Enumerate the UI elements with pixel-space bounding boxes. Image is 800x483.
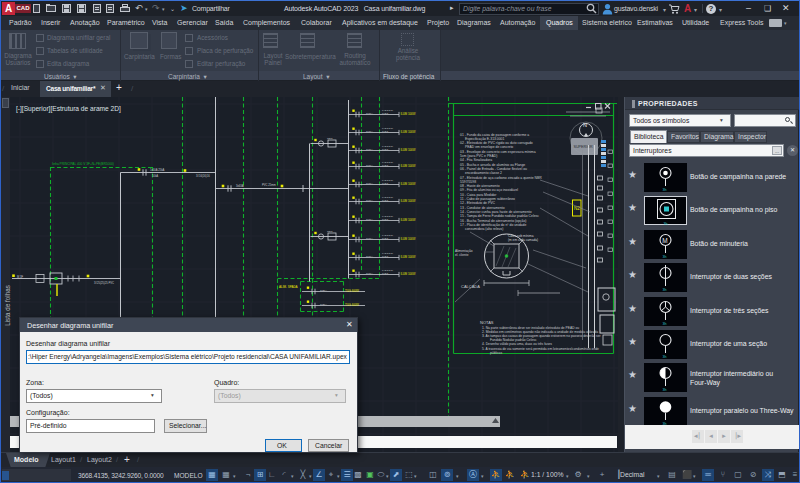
svg-text:ILUM 100W: ILUM 100W	[401, 112, 416, 116]
svg-text:3h: 3h	[663, 355, 667, 359]
svg-text:1x40A 25kA: 1x40A 25kA	[150, 168, 165, 172]
svg-text:CALÇADA: CALÇADA	[461, 284, 480, 289]
svg-text:ALIM. SPADA: ALIM. SPADA	[279, 285, 298, 289]
svg-text:ILUM 100W: ILUM 100W	[401, 237, 416, 241]
svg-text:1x20A: 1x20A	[320, 303, 327, 306]
svg-text:ILUM 100W: ILUM 100W	[401, 164, 416, 168]
svg-text:T#2.5: T#2.5	[382, 112, 389, 115]
svg-text:1x10A: 1x10A	[366, 272, 373, 275]
svg-text:1x10A: 1x10A	[366, 218, 373, 221]
svg-text:PVC 25mm: PVC 25mm	[262, 183, 277, 187]
svg-text:3h: 3h	[664, 222, 668, 226]
svg-text:ILUM 100W: ILUM 100W	[401, 199, 416, 203]
svg-text:TUG 600W: TUG 600W	[345, 289, 359, 293]
svg-text:ILUM 100W: ILUM 100W	[401, 130, 416, 134]
svg-text:3#25(25)25 PVC: 3#25(25)25 PVC	[94, 281, 114, 285]
svg-text:3h: 3h	[663, 321, 667, 325]
svg-text:M 3F: M 3F	[17, 275, 23, 279]
svg-text:ILUM 100W: ILUM 100W	[401, 148, 416, 152]
svg-text:públicas: públicas	[490, 351, 502, 355]
svg-text:1x10A: 1x10A	[366, 112, 373, 115]
svg-text:ILUM 100W: ILUM 100W	[401, 182, 416, 186]
svg-text:1x10A: 1x10A	[366, 237, 373, 240]
svg-text:1x10A: 1x10A	[366, 182, 373, 185]
svg-text:ILUM 100W: ILUM 100W	[401, 218, 416, 222]
svg-text:1x10A: 1x10A	[366, 130, 373, 133]
svg-text:3x63A: 3x63A	[236, 184, 244, 188]
svg-text:T#2.5: T#2.5	[382, 148, 389, 151]
svg-text:T#2.5: T#2.5	[382, 164, 389, 167]
svg-text:T#2.5: T#2.5	[382, 272, 389, 275]
svg-text:1x10A: 1x10A	[366, 148, 373, 151]
svg-text:1x10A: 1x10A	[366, 164, 373, 167]
svg-text:1x20A: 1x20A	[320, 289, 327, 292]
svg-text:QDC: QDC	[327, 137, 333, 140]
svg-text:ILUM 100W: ILUM 100W	[401, 272, 416, 276]
svg-text:3h: 3h	[663, 388, 667, 392]
svg-text:consumidora (alto relevo): consumidora (alto relevo)	[465, 227, 503, 231]
svg-text:SUPERIOR: SUPERIOR	[574, 145, 594, 149]
svg-text:ILUM 100W: ILUM 100W	[401, 255, 416, 259]
svg-text:M: M	[662, 236, 667, 243]
svg-text:1x10A: 1x10A	[366, 199, 373, 202]
svg-text:3h: 3h	[663, 288, 667, 292]
svg-text:el. cliente: el. cliente	[455, 253, 469, 257]
svg-text:NOTAS: NOTAS	[480, 320, 494, 325]
svg-text:3h: 3h	[663, 188, 667, 192]
svg-text:3#16(16)16: 3#16(16)16	[196, 174, 210, 178]
svg-text:T#2.5: T#2.5	[382, 255, 389, 258]
svg-text:TUG 600W: TUG 600W	[345, 303, 359, 307]
svg-text:QDC: QDC	[327, 230, 333, 233]
svg-text:50kA: 50kA	[152, 174, 158, 178]
svg-text:(m em cada camada): (m em cada camada)	[508, 238, 538, 242]
svg-text:T#2.5: T#2.5	[382, 199, 389, 202]
svg-text:N: N	[583, 122, 587, 128]
svg-text:1x10A: 1x10A	[366, 255, 373, 258]
svg-text:T#2.5: T#2.5	[382, 182, 389, 185]
svg-text:T#2.5: T#2.5	[382, 130, 389, 133]
svg-text:3h: 3h	[663, 254, 667, 258]
svg-text:T#2.5: T#2.5	[382, 218, 389, 221]
svg-text:linha PRINCIPAL 400 V 3F+N+PE(: linha PRINCIPAL 400 V 3F+N+PE(BR5000)	[52, 162, 114, 166]
svg-text:[-][Superior][Estrutura de ara: [-][Superior][Estrutura de arame 2D]	[16, 105, 121, 113]
svg-text:T#2.5: T#2.5	[382, 237, 389, 240]
